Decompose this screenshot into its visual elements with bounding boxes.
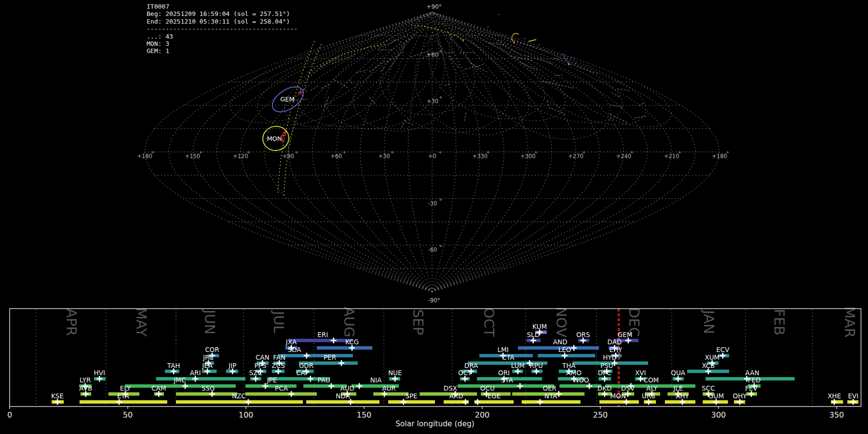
sporadic-meteor bbox=[406, 122, 413, 125]
purple-speck bbox=[455, 20, 457, 22]
fov-trace bbox=[449, 34, 566, 121]
ra-grid-label: +180 bbox=[712, 153, 727, 160]
sporadic-meteor bbox=[334, 80, 348, 88]
purple-speck bbox=[575, 63, 577, 64]
trail-end-dot bbox=[462, 39, 464, 41]
degree-mark: ° bbox=[678, 150, 681, 157]
sporadic-meteor bbox=[402, 119, 406, 127]
ra-grid-label: +300 bbox=[520, 153, 536, 160]
shower-label-PAU: PAU bbox=[317, 376, 330, 384]
shower-label-OCU: OCU bbox=[480, 384, 495, 392]
degree-mark: ° bbox=[151, 150, 154, 157]
degree-mark: ° bbox=[439, 244, 442, 251]
month-label-MAR: MAR bbox=[841, 306, 858, 338]
shower-label-GDR: GDR bbox=[299, 362, 313, 369]
shower-label-FED: FED bbox=[748, 376, 761, 384]
purple-speck bbox=[539, 44, 540, 45]
shower-label-DRA: DRA bbox=[464, 362, 478, 369]
ecliptic-curve bbox=[411, 25, 464, 41]
shower-label-HVI: HVI bbox=[94, 369, 105, 377]
shower-bar-AUR bbox=[373, 393, 408, 396]
shower-bar-NOO bbox=[559, 384, 601, 388]
fov-trace bbox=[388, 22, 510, 133]
dec-grid-label: +60 bbox=[427, 52, 438, 58]
sporadic-meteor bbox=[311, 85, 319, 91]
degree-mark: ° bbox=[487, 150, 489, 157]
shower-bar-SSG bbox=[176, 393, 237, 396]
meteor-station-summary-figure: IT0007Beg: 20251209 16:59:04 (sol = 257.… bbox=[0, 0, 868, 434]
shower-label-SSG: SSG bbox=[202, 384, 215, 392]
x-tick-label: 350 bbox=[829, 410, 844, 420]
x-tick-label: 0 bbox=[7, 410, 12, 420]
degree-mark: ° bbox=[439, 95, 442, 102]
shower-bar-SDA bbox=[278, 354, 353, 357]
shower-label-ORS: ORS bbox=[576, 331, 590, 339]
shower-label-NOO: NOO bbox=[574, 376, 589, 384]
shower-label-AUR: AUR bbox=[382, 384, 396, 392]
ra-grid-label: +210 bbox=[664, 153, 679, 160]
shower-label-JEA: JEA bbox=[202, 362, 213, 369]
shower-bar-JMC bbox=[125, 384, 236, 388]
sporadic-meteor bbox=[464, 111, 466, 121]
fov-trace bbox=[497, 40, 671, 127]
pole-label-bottom: -90° bbox=[428, 297, 440, 304]
ra-grid-label: +0 bbox=[428, 153, 436, 160]
x-tick-label: 300 bbox=[711, 410, 726, 420]
purple-speck bbox=[488, 27, 489, 28]
shower-label-COM: COM bbox=[644, 376, 659, 384]
degree-mark: ° bbox=[247, 150, 250, 157]
shower-label-OCT: OCT bbox=[458, 369, 472, 377]
shower-label-LEO: LEO bbox=[558, 346, 571, 353]
shower-label-DPC: DPC bbox=[598, 369, 611, 377]
grid-meridian bbox=[432, 12, 695, 292]
shower-label-NIA: NIA bbox=[370, 376, 382, 384]
sporadic-meteor bbox=[322, 84, 331, 88]
pole-label-top: +90° bbox=[426, 3, 441, 10]
shower-label-ARD: ARD bbox=[449, 392, 463, 400]
degree-mark: ° bbox=[439, 49, 442, 56]
sporadic-meteor bbox=[381, 67, 385, 72]
purple-speck bbox=[499, 14, 500, 15]
sporadic-meteor bbox=[369, 60, 386, 72]
month-label-JAN: JAN bbox=[701, 309, 717, 334]
sporadic-meteor bbox=[555, 75, 563, 76]
shower-bar-ETA bbox=[80, 400, 167, 404]
shower-label-TAH: TAH bbox=[167, 362, 180, 369]
sporadic-meteor bbox=[378, 50, 393, 50]
x-axis-title: Solar longitude (deg) bbox=[395, 420, 475, 428]
month-label-JUN: JUN bbox=[202, 309, 218, 334]
ra-grid-label: +330 bbox=[473, 153, 488, 160]
shower-label-XCB: XCB bbox=[702, 362, 715, 369]
info-line: End: 20251210 05:30:11 (sol = 258.04°) bbox=[147, 18, 298, 25]
shower-label-KSE: KSE bbox=[51, 392, 64, 400]
shower-label-PER: PER bbox=[324, 353, 336, 361]
shower-label-ALY: ALY bbox=[646, 384, 658, 392]
shower-bar-ERI bbox=[288, 339, 353, 342]
shower-label-QUA: QUA bbox=[671, 369, 686, 377]
purple-speck bbox=[597, 73, 598, 74]
shower-label-SLD: SLD bbox=[527, 331, 540, 339]
fov-trace bbox=[285, 40, 404, 127]
shower-label-AVB: AVB bbox=[79, 384, 92, 392]
x-tick-label: 250 bbox=[593, 410, 608, 420]
shower-trail bbox=[563, 54, 569, 64]
month-label-FEB: FEB bbox=[771, 309, 787, 336]
sporadic-meteor bbox=[445, 83, 451, 86]
shower-label-EGE: EGE bbox=[488, 392, 501, 400]
shower-label-AHY: AHY bbox=[676, 392, 689, 400]
shower-label-COR: COR bbox=[205, 346, 219, 353]
shower-bar-NDA bbox=[306, 400, 380, 404]
shower-label-STA: STA bbox=[501, 376, 514, 384]
shower-label-MON: MON bbox=[610, 392, 626, 400]
shower-bar-STA bbox=[458, 384, 554, 388]
shower-label-DSV: DSV bbox=[621, 384, 635, 392]
ecliptic-curve bbox=[284, 44, 321, 196]
ecliptic-curve bbox=[309, 44, 386, 72]
purple-speck bbox=[420, 17, 421, 18]
fov-trace bbox=[428, 24, 544, 119]
shower-label-SCC: SCC bbox=[702, 384, 715, 392]
degree-mark: ° bbox=[630, 150, 633, 157]
sporadic-meteor bbox=[320, 57, 339, 67]
sporadic-meteor bbox=[554, 58, 594, 73]
shower-label-JMC: JMC bbox=[173, 376, 186, 384]
